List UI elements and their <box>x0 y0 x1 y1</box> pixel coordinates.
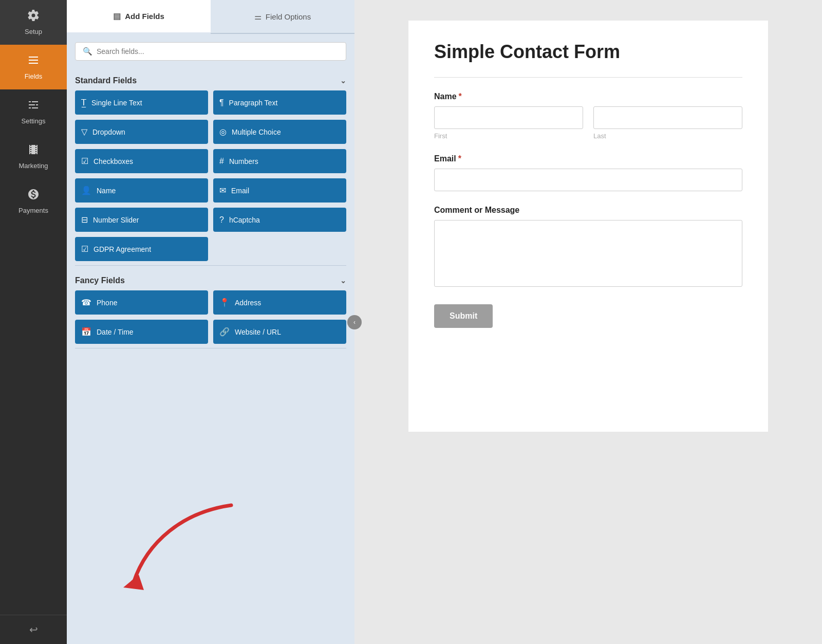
section-divider-standard <box>75 265 346 266</box>
fields-scroll: Standard Fields ⌄ T̲ Single Line Text ¶ … <box>67 69 354 644</box>
form-title: Simple Contact Form <box>434 41 742 63</box>
name-field-icon: 👤 <box>81 186 91 195</box>
search-input[interactable] <box>97 47 339 56</box>
form-title-divider <box>434 77 742 78</box>
sidebar: Setup Fields Settings Marketing Payments… <box>0 0 67 644</box>
section-header-fancy: Fancy Fields ⌄ <box>75 269 346 290</box>
sidebar-item-setup[interactable]: Setup <box>0 0 67 45</box>
last-name-sub-label: Last <box>593 132 742 140</box>
svg-rect-3 <box>29 101 31 102</box>
comment-field-label: Comment or Message <box>434 206 742 215</box>
svg-rect-2 <box>29 63 38 64</box>
sidebar-item-fields-label: Fields <box>25 72 43 80</box>
field-btn-phone[interactable]: ☎ Phone <box>75 290 208 315</box>
undo-icon[interactable]: ↩ <box>29 623 38 636</box>
svg-rect-1 <box>29 60 38 61</box>
sidebar-item-fields[interactable]: Fields <box>0 45 67 89</box>
submit-button[interactable]: Submit <box>434 304 493 328</box>
address-field-label: Address <box>235 299 261 307</box>
website-url-field-label: Website / URL <box>235 328 281 336</box>
svg-rect-6 <box>36 104 38 105</box>
field-btn-email[interactable]: ✉ Email <box>213 178 346 203</box>
section-divider-fancy <box>75 348 346 348</box>
svg-rect-7 <box>29 107 31 108</box>
fields-grid-standard: T̲ Single Line Text ¶ Paragraph Text ▽ D… <box>75 90 346 261</box>
svg-rect-8 <box>32 107 38 108</box>
sidebar-item-marketing-label: Marketing <box>18 162 48 170</box>
tab-field-options-label: Field Options <box>266 12 311 21</box>
marketing-icon <box>27 143 40 159</box>
comment-textarea[interactable] <box>434 220 742 287</box>
field-btn-gdpr-agreement[interactable]: ☑ GDPR Agreement <box>75 237 208 261</box>
section-title-fancy: Fancy Fields <box>75 276 125 285</box>
svg-rect-4 <box>32 101 38 102</box>
email-field-icon: ✉ <box>219 186 226 195</box>
field-btn-multiple-choice[interactable]: ◎ Multiple Choice <box>213 120 346 144</box>
section-header-standard: Standard Fields ⌄ <box>75 69 346 90</box>
field-btn-date-time[interactable]: 📅 Date / Time <box>75 320 208 344</box>
sidebar-item-marketing[interactable]: Marketing <box>0 134 67 179</box>
section-chevron-standard[interactable]: ⌄ <box>340 77 346 85</box>
number-slider-field-label: Number Slider <box>93 216 139 224</box>
payments-icon <box>27 188 40 204</box>
search-input-wrap: 🔍 <box>75 42 346 61</box>
single-line-text-field-icon: T̲ <box>81 98 86 107</box>
phone-field-label: Phone <box>97 299 117 307</box>
email-required-star: * <box>458 154 461 163</box>
search-area: 🔍 <box>67 34 354 69</box>
section-title-standard: Standard Fields <box>75 76 137 85</box>
phone-field-icon: ☎ <box>81 298 91 307</box>
dropdown-field-icon: ▽ <box>81 127 87 137</box>
field-btn-name[interactable]: 👤 Name <box>75 178 208 203</box>
multiple-choice-field-icon: ◎ <box>219 127 227 137</box>
field-btn-single-line-text[interactable]: T̲ Single Line Text <box>75 90 208 115</box>
sidebar-item-payments-label: Payments <box>18 207 48 214</box>
form-panel: Simple Contact Form Name* First Last Ema… <box>354 0 822 644</box>
field-btn-paragraph-text[interactable]: ¶ Paragraph Text <box>213 90 346 115</box>
field-btn-website-url[interactable]: 🔗 Website / URL <box>213 320 346 344</box>
sidebar-item-settings[interactable]: Settings <box>0 89 67 134</box>
first-name-sub-label: First <box>434 132 583 140</box>
middle-panel-wrapper: ▤ Add Fields ⚌ Field Options 🔍 Standard … <box>67 0 354 644</box>
multiple-choice-field-label: Multiple Choice <box>232 128 281 136</box>
field-options-tab-icon: ⚌ <box>254 12 261 22</box>
checkboxes-field-icon: ☑ <box>81 156 88 166</box>
sidebar-item-setup-label: Setup <box>25 28 42 35</box>
numbers-field-icon: # <box>219 157 224 166</box>
paragraph-text-field-icon: ¶ <box>219 98 224 107</box>
email-input[interactable] <box>434 169 742 191</box>
settings-icon <box>27 99 40 114</box>
name-first-input[interactable] <box>434 106 583 129</box>
address-field-icon: 📍 <box>219 298 230 307</box>
svg-rect-5 <box>29 104 35 105</box>
date-time-field-icon: 📅 <box>81 327 91 337</box>
section-chevron-fancy[interactable]: ⌄ <box>340 277 346 285</box>
field-btn-address[interactable]: 📍 Address <box>213 290 346 315</box>
field-btn-numbers[interactable]: # Numbers <box>213 149 346 173</box>
number-slider-field-icon: ⊟ <box>81 215 88 225</box>
search-icon: 🔍 <box>83 47 92 56</box>
tab-add-fields-label: Add Fields <box>125 12 164 21</box>
field-btn-dropdown[interactable]: ▽ Dropdown <box>75 120 208 144</box>
tab-field-options[interactable]: ⚌ Field Options <box>211 0 354 33</box>
form-card: Simple Contact Form Name* First Last Ema… <box>408 21 768 432</box>
name-field-label: Name <box>97 187 116 195</box>
field-btn-hcaptcha[interactable]: ? hCaptcha <box>213 208 346 232</box>
fields-icon <box>27 54 40 69</box>
name-inputs-row <box>434 106 742 129</box>
sidebar-bottom: ↩ <box>0 615 67 644</box>
checkboxes-field-label: Checkboxes <box>94 157 133 165</box>
tab-add-fields[interactable]: ▤ Add Fields <box>67 0 211 34</box>
fields-grid-fancy: ☎ Phone 📍 Address 📅 Date / Time 🔗 Websit… <box>75 290 346 344</box>
name-last-input[interactable] <box>593 106 742 129</box>
email-field-label: Email <box>231 187 249 195</box>
add-fields-tab-icon: ▤ <box>113 11 121 21</box>
field-btn-checkboxes[interactable]: ☑ Checkboxes <box>75 149 208 173</box>
name-sub-labels-row: First Last <box>434 132 742 140</box>
date-time-field-label: Date / Time <box>97 328 134 336</box>
sidebar-item-payments[interactable]: Payments <box>0 179 67 224</box>
email-field-label: Email* <box>434 154 742 163</box>
hcaptcha-field-icon: ? <box>219 215 224 225</box>
collapse-panel-button[interactable]: ‹ <box>347 315 362 329</box>
field-btn-number-slider[interactable]: ⊟ Number Slider <box>75 208 208 232</box>
